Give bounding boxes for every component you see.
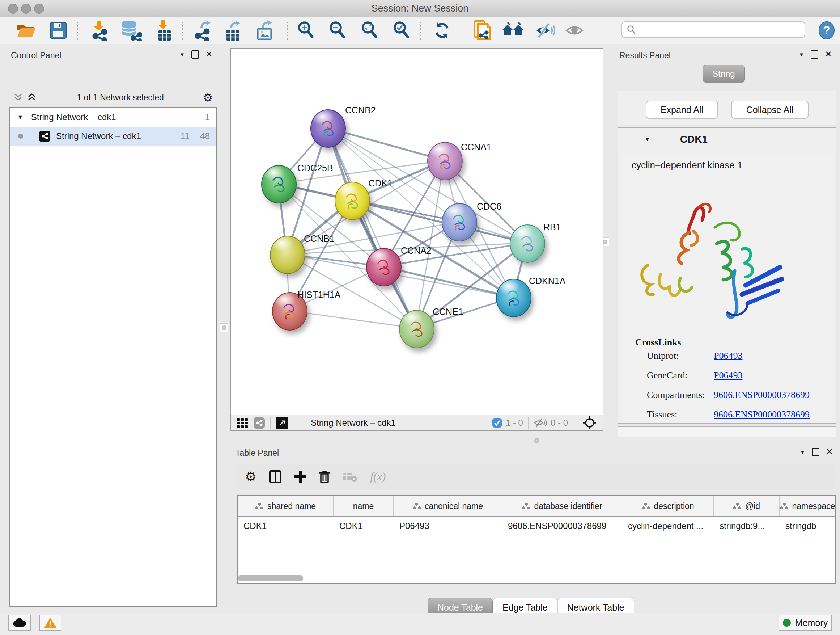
hide-selected-button[interactable] xyxy=(533,19,557,42)
network-collection-row[interactable]: ▼ String Network – cdk1 1 xyxy=(10,108,216,127)
clone-network-button[interactable] xyxy=(470,19,494,42)
apply-layout-button[interactable] xyxy=(430,19,454,42)
fit-target-icon[interactable] xyxy=(583,416,597,430)
table-cell[interactable]: CDK1 xyxy=(238,517,333,535)
network-node-RB1[interactable] xyxy=(510,225,545,263)
show-all-button[interactable] xyxy=(563,19,587,42)
zoom-out-button[interactable] xyxy=(325,19,349,42)
expand-all-chevrons-icon[interactable] xyxy=(27,93,38,102)
save-session-button[interactable] xyxy=(46,19,70,42)
network-node-CCNB2[interactable] xyxy=(310,109,346,148)
search-input[interactable] xyxy=(636,24,793,35)
bottom-splitter-handle[interactable] xyxy=(534,438,539,443)
cloud-status-button[interactable] xyxy=(8,615,31,631)
crosslink-label: Uniprot: xyxy=(647,350,714,361)
panel-float-icon[interactable] xyxy=(191,50,199,59)
panel-collapse-icon[interactable]: ▼ xyxy=(180,51,185,57)
gene-header-row[interactable]: ▼ CDK1 xyxy=(618,128,836,151)
table-cell[interactable]: cyclin-dependent ... xyxy=(622,517,714,535)
column-header[interactable]: shared name xyxy=(238,496,333,516)
network-canvas[interactable]: CCNB2CCNA1CDC25BCDK1CDC6RB1CCNB1CCNA2CDK… xyxy=(231,48,603,415)
warning-status-button[interactable] xyxy=(39,615,62,631)
column-header[interactable]: database identifier xyxy=(502,496,622,516)
gene-expand-icon[interactable]: ▼ xyxy=(644,136,651,143)
tab-string[interactable]: String xyxy=(703,65,745,82)
import-table-button[interactable] xyxy=(152,19,176,42)
panel-collapse-icon[interactable]: ▼ xyxy=(800,449,805,455)
panel-close-icon[interactable]: ✕ xyxy=(825,50,832,59)
protein-thumbnail-icon xyxy=(373,257,394,278)
crosslink-link[interactable]: 9606.ENSP00000378699 xyxy=(714,390,810,400)
export-table-button[interactable] xyxy=(221,19,245,42)
table-hscrollbar-thumb[interactable] xyxy=(238,575,303,581)
open-session-button[interactable] xyxy=(14,19,38,42)
column-header[interactable]: canonical name xyxy=(393,496,502,516)
panel-float-icon[interactable] xyxy=(811,50,818,59)
crosslink-link[interactable]: 9606.ENSP00000378699 xyxy=(714,409,810,420)
table-cell[interactable]: stringdb xyxy=(780,517,836,535)
crosslinks-title: CrossLinks xyxy=(635,337,681,348)
collapse-all-chevrons-icon[interactable] xyxy=(13,93,24,102)
table-settings-gear-icon[interactable]: ⚙ xyxy=(245,469,256,485)
crosslink-row: Compartments:9606.ENSP00000378699 xyxy=(647,390,828,401)
column-header[interactable]: namespace xyxy=(780,496,836,516)
table-cell[interactable]: 9606.ENSP00000378699 xyxy=(502,517,622,535)
hidden-eye-icon[interactable] xyxy=(534,418,547,428)
network-edge-CCNB2-CCNE1[interactable] xyxy=(327,128,416,328)
panel-close-icon[interactable]: ✕ xyxy=(826,448,833,456)
gene-symbol: CDK1 xyxy=(680,134,707,145)
zoom-in-button[interactable] xyxy=(294,19,317,42)
zoom-fit-button[interactable] xyxy=(357,19,381,42)
export-network-button[interactable] xyxy=(191,19,215,42)
column-header[interactable]: name xyxy=(333,496,393,516)
left-splitter-handle[interactable] xyxy=(219,323,228,332)
status-bar: Memory xyxy=(0,613,840,635)
table-cell[interactable]: P06493 xyxy=(393,517,502,535)
delete-column-trash-icon[interactable] xyxy=(319,470,330,484)
network-node-label: RB1 xyxy=(543,222,561,233)
network-share-icon[interactable] xyxy=(254,417,265,429)
network-node-CCNB1[interactable] xyxy=(270,236,305,274)
tree-expand-icon[interactable]: ▼ xyxy=(17,114,23,120)
expand-all-button[interactable]: Expand All xyxy=(646,101,718,119)
network-node-CCNA1[interactable] xyxy=(427,142,463,180)
network-node-CDC25B[interactable] xyxy=(261,165,297,203)
crosslink-link[interactable]: P06493 xyxy=(714,350,742,361)
help-button[interactable]: ? xyxy=(815,19,838,42)
network-node-CCNE1[interactable] xyxy=(399,310,434,348)
network-node-CDK1[interactable] xyxy=(335,182,370,220)
table-cell[interactable]: stringdb:9... xyxy=(714,517,780,535)
control-panel: Control Panel ▼ ✕ Network Style Select S… xyxy=(0,44,227,613)
first-neighbors-button[interactable] xyxy=(501,19,525,42)
results-scroll-strip[interactable] xyxy=(617,426,836,437)
network-node-label: CDC25B xyxy=(297,163,333,173)
network-options-gear-icon[interactable]: ⚙ xyxy=(203,91,213,104)
network-edge-CCNA2-CDKN1A[interactable] xyxy=(383,266,513,297)
memory-button[interactable]: Memory xyxy=(778,615,832,631)
network-node-CDKN1A[interactable] xyxy=(496,279,531,317)
network-node-CDC6[interactable] xyxy=(442,203,477,241)
protein-thumbnail-icon xyxy=(279,302,300,322)
table-row[interactable]: CDK1CDK1P064939606.ENSP00000378699cyclin… xyxy=(238,517,835,535)
panel-collapse-icon[interactable]: ▼ xyxy=(799,51,804,57)
column-header[interactable]: @id xyxy=(714,496,780,516)
node-table[interactable]: shared namenamecanonical namedatabase id… xyxy=(237,495,836,584)
crosslink-link[interactable]: P06493 xyxy=(714,370,742,380)
birdseye-grid-icon[interactable] xyxy=(236,417,248,429)
network-edge-HIST1H1A-CCNE1[interactable] xyxy=(289,310,416,328)
import-network-from-database-button[interactable] xyxy=(118,19,142,42)
export-image-button[interactable] xyxy=(253,19,277,42)
show-columns-icon[interactable] xyxy=(269,470,282,484)
network-row-selected[interactable]: String Network – cdk1 11 48 xyxy=(10,127,216,146)
panel-close-icon[interactable]: ✕ xyxy=(205,50,213,59)
collapse-all-button[interactable]: Collapse All xyxy=(731,101,808,119)
import-network-button[interactable] xyxy=(88,19,111,42)
panel-float-icon[interactable] xyxy=(812,448,819,456)
selected-checkbox-icon[interactable] xyxy=(492,418,502,428)
column-header[interactable]: description xyxy=(622,496,714,516)
zoom-selected-button[interactable] xyxy=(389,19,413,42)
network-node-CCNA2[interactable] xyxy=(366,248,401,287)
table-cell[interactable]: CDK1 xyxy=(333,517,393,535)
detach-view-icon[interactable] xyxy=(276,417,288,429)
add-column-plus-icon[interactable] xyxy=(294,470,306,483)
